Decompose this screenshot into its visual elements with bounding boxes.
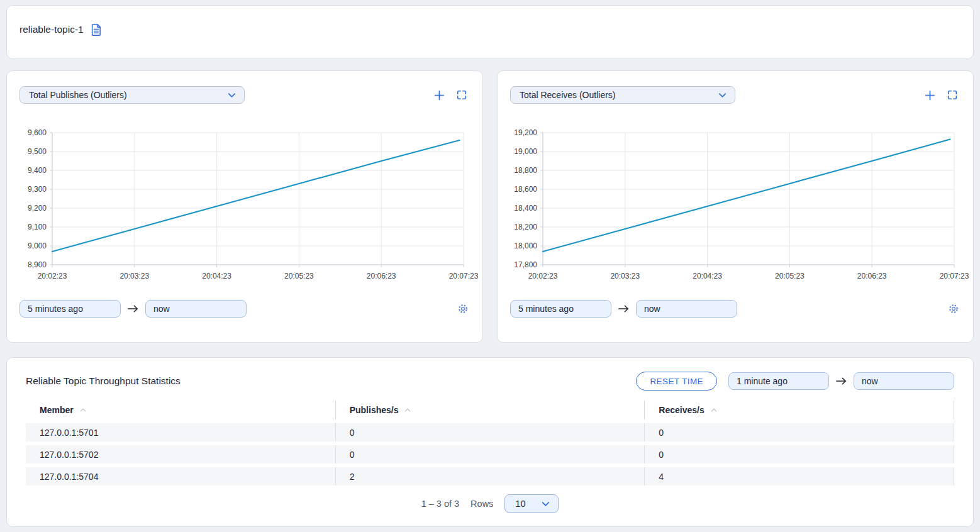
svg-text:20:06:23: 20:06:23 xyxy=(857,272,887,280)
svg-text:20:02:23: 20:02:23 xyxy=(528,272,558,280)
fullscreen-icon xyxy=(456,89,467,101)
page: reliable-topic-1 Total Publishes (Outlie… xyxy=(0,0,980,532)
svg-text:8,900: 8,900 xyxy=(28,260,47,269)
svg-text:17,800: 17,800 xyxy=(514,260,537,269)
svg-text:20:05:23: 20:05:23 xyxy=(775,272,805,280)
cell-receives: 0 xyxy=(644,423,954,441)
time-from-input[interactable] xyxy=(510,300,611,318)
svg-text:20:07:23: 20:07:23 xyxy=(940,272,969,280)
cell-publishes: 2 xyxy=(335,467,645,485)
chart-settings-button[interactable] xyxy=(457,303,470,314)
cell-publishes: 0 xyxy=(335,423,645,441)
svg-text:19,000: 19,000 xyxy=(514,147,537,156)
svg-text:20:07:23: 20:07:23 xyxy=(449,272,479,280)
column-header-receives[interactable]: Receives/s xyxy=(644,401,954,419)
chart-head: Total Publishes (Outliers) xyxy=(19,86,470,104)
fullscreen-button[interactable] xyxy=(947,89,958,101)
svg-text:9,200: 9,200 xyxy=(28,204,47,213)
stats-title: Reliable Topic Throughput Statistics xyxy=(26,375,181,387)
chevron-down-icon xyxy=(227,91,237,100)
svg-text:20:03:23: 20:03:23 xyxy=(120,272,149,280)
svg-text:19,200: 19,200 xyxy=(514,128,537,137)
cell-receives: 0 xyxy=(644,445,954,463)
chart-head: Total Receives (Outliers) xyxy=(510,86,961,104)
stats-time-from-input[interactable] xyxy=(728,372,829,390)
publishes-chart-card: Total Publishes (Outliers) 8,9009,0009,1… xyxy=(6,70,483,343)
cell-publishes: 0 xyxy=(335,445,645,463)
throughput-table: Member Publishes/s Receives/s 127.0.0.1:… xyxy=(26,401,954,485)
stats-time-to-input[interactable] xyxy=(854,372,954,390)
fullscreen-icon xyxy=(947,89,958,101)
svg-text:20:02:23: 20:02:23 xyxy=(38,272,67,280)
receives-line-chart: 17,80018,00018,20018,40018,60018,80019,0… xyxy=(510,128,961,285)
svg-text:18,200: 18,200 xyxy=(514,223,537,231)
caret-up-icon xyxy=(710,407,718,413)
chevron-down-icon xyxy=(718,91,727,100)
svg-text:9,600: 9,600 xyxy=(28,128,47,137)
table-row: 127.0.0.1:5701 0 0 xyxy=(26,423,954,441)
pagination-range: 1 – 3 of 3 xyxy=(421,499,459,509)
svg-text:20:03:23: 20:03:23 xyxy=(610,272,640,280)
table-row: 127.0.0.1:5702 0 0 xyxy=(26,445,954,463)
chevron-down-icon xyxy=(541,499,550,509)
svg-text:18,800: 18,800 xyxy=(514,166,537,175)
chart-actions xyxy=(433,89,470,101)
chart-foot xyxy=(19,300,470,318)
document-icon xyxy=(90,23,102,36)
caret-up-icon xyxy=(404,407,411,413)
gear-icon xyxy=(948,303,959,314)
arrow-right-icon xyxy=(835,376,847,386)
topic-header-card: reliable-topic-1 xyxy=(6,5,974,59)
plus-icon xyxy=(433,89,445,101)
svg-text:18,000: 18,000 xyxy=(514,241,537,250)
svg-text:18,400: 18,400 xyxy=(514,204,537,213)
page-title: reliable-topic-1 xyxy=(19,24,84,35)
cell-member: 127.0.0.1:5701 xyxy=(26,423,335,441)
topic-config-button[interactable] xyxy=(90,23,102,36)
column-header-publishes[interactable]: Publishes/s xyxy=(335,401,645,419)
plus-icon xyxy=(924,89,936,101)
time-to-input[interactable] xyxy=(636,300,737,318)
svg-text:9,000: 9,000 xyxy=(28,241,47,250)
cell-receives: 4 xyxy=(644,467,954,485)
cell-member: 127.0.0.1:5702 xyxy=(26,445,335,463)
fullscreen-button[interactable] xyxy=(456,89,467,101)
reset-time-button[interactable]: RESET TIME xyxy=(636,372,717,391)
table-row: 127.0.0.1:5704 2 4 xyxy=(26,467,954,485)
svg-text:9,300: 9,300 xyxy=(28,185,47,194)
metric-selector-receives[interactable]: Total Receives (Outliers) xyxy=(510,86,735,104)
svg-text:20:04:23: 20:04:23 xyxy=(693,272,722,280)
caret-up-icon xyxy=(79,407,87,413)
throughput-stats-card: Reliable Topic Throughput Statistics RES… xyxy=(6,357,974,527)
receives-chart-card: Total Receives (Outliers) 17,80018,00018… xyxy=(497,70,974,343)
chart-actions xyxy=(924,89,961,101)
svg-text:18,600: 18,600 xyxy=(514,185,537,194)
chart-settings-button[interactable] xyxy=(948,303,961,314)
svg-text:9,500: 9,500 xyxy=(28,147,47,156)
metric-selector-publishes[interactable]: Total Publishes (Outliers) xyxy=(19,86,245,104)
metric-selector-label: Total Publishes (Outliers) xyxy=(29,90,127,100)
rows-per-page-select[interactable]: 10 xyxy=(504,494,559,513)
pagination: 1 – 3 of 3 Rows 10 xyxy=(19,494,961,513)
charts-row: Total Publishes (Outliers) 8,9009,0009,1… xyxy=(6,70,974,343)
publishes-line-chart: 8,9009,0009,1009,2009,3009,4009,5009,600… xyxy=(19,128,470,285)
time-from-input[interactable] xyxy=(19,300,121,318)
chart-foot xyxy=(510,300,961,318)
column-header-member[interactable]: Member xyxy=(26,401,335,419)
cell-member: 127.0.0.1:5704 xyxy=(26,467,335,485)
time-to-input[interactable] xyxy=(145,300,247,318)
metric-selector-label: Total Receives (Outliers) xyxy=(520,90,616,100)
stats-head: Reliable Topic Throughput Statistics RES… xyxy=(26,372,954,391)
svg-text:20:05:23: 20:05:23 xyxy=(284,272,314,280)
add-chart-button[interactable] xyxy=(433,89,445,101)
arrow-right-icon xyxy=(618,304,630,314)
add-chart-button[interactable] xyxy=(924,89,936,101)
table-header-row: Member Publishes/s Receives/s xyxy=(26,401,954,419)
svg-text:9,400: 9,400 xyxy=(28,166,47,175)
arrow-right-icon xyxy=(127,304,139,314)
svg-text:9,100: 9,100 xyxy=(28,223,47,231)
gear-icon xyxy=(457,303,469,314)
svg-text:20:06:23: 20:06:23 xyxy=(367,272,396,280)
rows-per-page-label: Rows xyxy=(471,499,493,509)
svg-text:20:04:23: 20:04:23 xyxy=(202,272,231,280)
